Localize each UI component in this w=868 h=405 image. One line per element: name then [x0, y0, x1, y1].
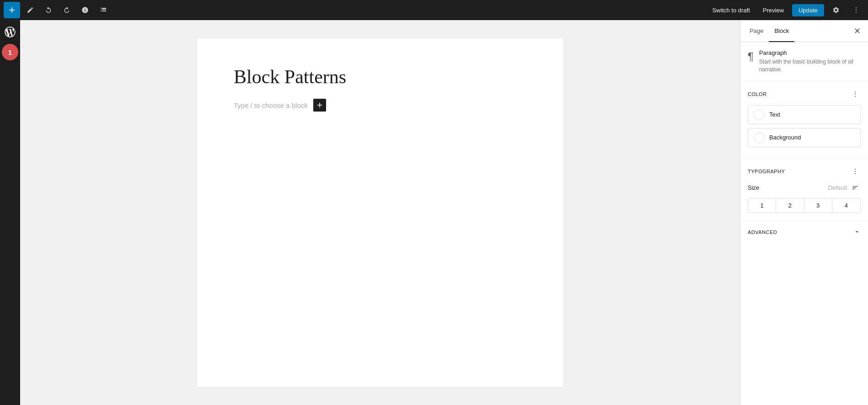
editor-content: Block Patterns Type / to choose a block: [197, 38, 563, 387]
edit-button[interactable]: [22, 2, 38, 18]
notification-badge[interactable]: 1: [2, 44, 18, 60]
size-value: Default: [828, 184, 847, 191]
svg-point-8: [855, 173, 856, 174]
settings-button[interactable]: [828, 2, 844, 18]
list-view-button[interactable]: [95, 2, 112, 18]
font-size-row: Size Default: [748, 182, 861, 193]
svg-point-5: [855, 96, 856, 96]
page-title[interactable]: Block Patterns: [234, 66, 526, 88]
placeholder-text[interactable]: Type / to choose a block: [234, 101, 308, 109]
switch-to-draft-button[interactable]: Switch to draft: [707, 4, 754, 16]
advanced-chevron-icon: [853, 228, 861, 237]
paragraph-icon: ¶: [748, 50, 754, 63]
toolbar: Switch to draft Preview Update: [0, 0, 868, 20]
more-options-button[interactable]: [848, 2, 864, 18]
sidebar-close-button[interactable]: ✕: [850, 24, 864, 38]
svg-point-3: [855, 91, 856, 92]
undo-button[interactable]: [40, 2, 57, 18]
preview-button[interactable]: Preview: [758, 4, 788, 16]
font-size-grid: 1 2 3 4: [748, 198, 861, 213]
font-size-1[interactable]: 1: [748, 198, 776, 213]
svg-point-2: [856, 12, 857, 13]
update-button[interactable]: Update: [792, 4, 824, 16]
tab-page[interactable]: Page: [744, 24, 769, 38]
left-bar: 1: [0, 20, 20, 405]
color-section-more-button[interactable]: [850, 89, 861, 100]
advanced-section: Advanced: [740, 221, 868, 244]
typography-section-header: Typography: [748, 166, 861, 177]
main-area: 1 Block Patterns Type / to choose a bloc…: [0, 20, 868, 405]
color-section-title: Color: [748, 91, 767, 97]
background-color-label: Background: [769, 134, 801, 141]
advanced-title: Advanced: [748, 229, 777, 235]
svg-point-7: [855, 171, 856, 172]
color-section-header: Color: [748, 89, 861, 100]
svg-point-4: [855, 94, 856, 95]
sidebar-tabs: Page Block ✕: [740, 20, 868, 42]
svg-point-6: [855, 169, 856, 170]
text-color-option[interactable]: Text: [748, 105, 861, 124]
font-size-2[interactable]: 2: [776, 198, 804, 213]
size-label: Size: [748, 184, 759, 191]
block-info: ¶ Paragraph Start with the basic buildin…: [740, 42, 868, 81]
block-title: Paragraph: [759, 49, 861, 56]
color-section: Color Text Background: [740, 81, 868, 159]
background-color-option[interactable]: Background: [748, 128, 861, 147]
font-size-4[interactable]: 4: [832, 198, 860, 213]
typography-section-title: Typography: [748, 169, 785, 174]
tab-block[interactable]: Block: [769, 24, 794, 38]
font-size-controls: Default: [828, 182, 861, 193]
svg-point-0: [856, 7, 857, 8]
typography-section-more-button[interactable]: [850, 166, 861, 177]
right-sidebar: Page Block ✕ ¶ Paragraph Start with the …: [740, 20, 868, 405]
redo-button[interactable]: [59, 2, 75, 18]
font-size-filter-button[interactable]: [850, 182, 861, 193]
wp-logo: [2, 24, 18, 40]
add-block-inline-button[interactable]: [313, 99, 326, 112]
typography-section: Typography Size Default: [740, 159, 868, 221]
editor-area: Block Patterns Type / to choose a block: [20, 20, 740, 405]
advanced-header[interactable]: Advanced: [748, 228, 861, 237]
background-color-circle: [754, 132, 765, 143]
info-button[interactable]: [77, 2, 93, 18]
text-color-label: Text: [769, 111, 780, 118]
text-color-circle: [754, 109, 765, 120]
font-size-3[interactable]: 3: [804, 198, 832, 213]
block-info-text: Paragraph Start with the basic building …: [759, 49, 861, 74]
block-placeholder: Type / to choose a block: [234, 99, 526, 112]
add-block-toolbar-button[interactable]: [4, 2, 20, 18]
toolbar-right: Switch to draft Preview Update: [707, 2, 864, 18]
block-description: Start with the basic building block of a…: [759, 58, 861, 74]
svg-point-1: [856, 10, 857, 11]
